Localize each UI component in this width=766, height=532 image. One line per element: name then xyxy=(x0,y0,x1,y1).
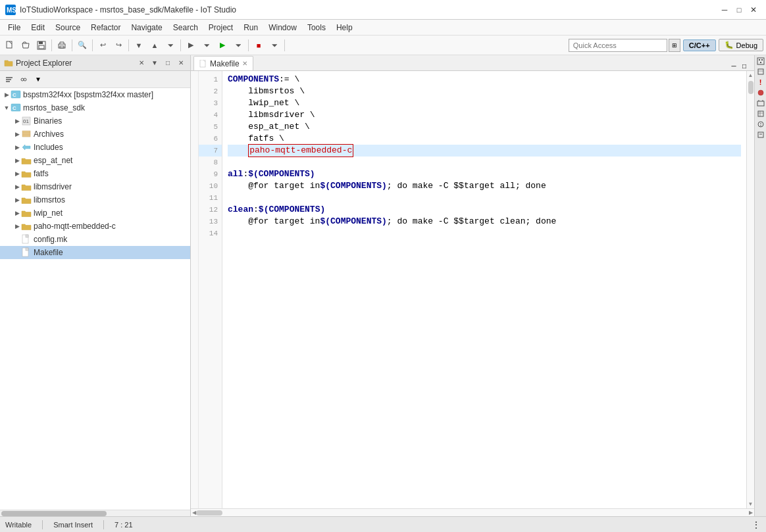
tree-item-libmsdriver[interactable]: ▶ libmsdriver xyxy=(0,180,190,193)
line-num-13: 13 xyxy=(199,216,222,228)
tree-item-includes[interactable]: ▶ Includes xyxy=(0,141,190,154)
tree-item-lwip-net[interactable]: ▶ lwip_net xyxy=(0,206,190,220)
code-line-12[interactable]: clean : $(COMPONENTS) xyxy=(228,204,741,216)
editor-tab-makefile[interactable]: Makefile ✕ xyxy=(193,56,253,70)
rs-btn-4[interactable] xyxy=(756,88,765,97)
pe-content[interactable]: ▶ C bspstm32f4xx [bspstm32f4xx master] ▼… xyxy=(0,88,190,510)
line-num-14: 14 xyxy=(199,228,222,239)
debug-dropdown[interactable]: ⏷ xyxy=(231,38,245,53)
vscrollbar-thumb[interactable] xyxy=(748,81,753,94)
tree-item-binaries[interactable]: ▶ 01 Binaries xyxy=(0,114,190,128)
menu-source[interactable]: Source xyxy=(50,22,86,34)
code-line-4[interactable]: libmsdriver \ xyxy=(228,109,741,121)
code-line-3[interactable]: lwip_net \ xyxy=(228,97,741,109)
print-btn[interactable] xyxy=(55,38,69,53)
tree-item-libmsrtos[interactable]: ▶ libmsrtos xyxy=(0,193,190,206)
vscroll-down-btn[interactable]: ▼ xyxy=(748,501,753,507)
pe-collapse-btn[interactable] xyxy=(3,73,16,86)
code-line-7[interactable]: paho-mqtt-embedded-c xyxy=(228,145,741,157)
tree-item-esp-at-net[interactable]: ▶ esp_at_net xyxy=(0,154,190,167)
menu-refactor[interactable]: Refactor xyxy=(86,22,126,34)
annotation-dropdown[interactable]: ⏷ xyxy=(163,38,178,53)
minimize-btn[interactable]: ─ xyxy=(719,5,730,15)
tree-item-makefile[interactable]: Makefile xyxy=(0,246,190,259)
code-line-5[interactable]: esp_at_net \ xyxy=(228,121,741,133)
rs-btn-3[interactable]: ! xyxy=(756,78,765,87)
run-btn[interactable]: ▶ xyxy=(184,38,198,53)
perspective-list-btn[interactable]: ⊞ xyxy=(669,39,680,52)
code-line-9[interactable]: all : $(COMPONENTS) xyxy=(228,168,741,180)
redo-btn[interactable]: ↪ xyxy=(111,38,126,53)
pe-close-btn[interactable]: ✕ xyxy=(176,58,186,68)
menu-project[interactable]: Project xyxy=(203,22,238,34)
vscroll-up-btn[interactable]: ▲ xyxy=(748,72,753,78)
hscrollbar-thumb[interactable] xyxy=(196,510,222,516)
debug-btn[interactable]: ▶ xyxy=(215,38,230,53)
menu-file[interactable]: File xyxy=(3,22,26,34)
quick-access-input[interactable] xyxy=(569,39,667,52)
stop-btn[interactable]: ■ xyxy=(251,38,266,53)
undo-btn[interactable]: ↩ xyxy=(95,38,110,53)
rs-btn-6[interactable] xyxy=(756,109,765,118)
pe-link-btn[interactable] xyxy=(17,73,30,86)
save-btn[interactable] xyxy=(34,38,49,53)
menu-tools[interactable]: Tools xyxy=(302,22,331,34)
rs-btn-1[interactable] xyxy=(756,57,765,66)
tree-item-archives[interactable]: ▶ Archives xyxy=(0,128,190,141)
maximize-btn[interactable]: □ xyxy=(734,5,744,15)
tree-item-bspstm32[interactable]: ▶ C bspstm32f4xx [bspstm32f4xx master] xyxy=(0,88,190,101)
pe-scrollbar[interactable] xyxy=(0,510,190,516)
perspective-debug[interactable]: 🐛 Debug xyxy=(719,39,763,51)
code-line-13[interactable]: @for target in $(COMPONENTS) ; do make -… xyxy=(228,216,741,228)
tree-item-fatfs[interactable]: ▶ fatfs xyxy=(0,167,190,180)
menu-edit[interactable]: Edit xyxy=(26,22,50,34)
pe-minimize-btn[interactable]: ✕ xyxy=(136,58,147,68)
token: all xyxy=(228,168,243,180)
menu-window[interactable]: Window xyxy=(263,22,302,34)
next-annotation-btn[interactable]: ▼ xyxy=(132,38,146,53)
pe-view-menu-btn[interactable]: ▼ xyxy=(32,73,45,86)
rs-btn-2[interactable] xyxy=(756,67,765,76)
run-dropdown[interactable]: ⏷ xyxy=(199,38,214,53)
editor-hscrollbar[interactable]: ◀ ▶ xyxy=(191,508,754,516)
menu-help[interactable]: Help xyxy=(331,22,358,34)
code-line-11[interactable] xyxy=(228,192,741,204)
tree-item-msrtos[interactable]: ▼ C msrtos_base_sdk xyxy=(0,101,190,114)
libmsdriver-label: libmsdriver xyxy=(34,182,72,191)
prev-annotation-btn[interactable]: ▲ xyxy=(147,38,162,53)
editor-minimize-btn[interactable]: ─ xyxy=(729,61,738,70)
editor-vscrollbar[interactable]: ▲ ▼ xyxy=(746,71,754,508)
editor-maximize-btn[interactable]: □ xyxy=(740,61,749,70)
code-line-2[interactable]: libmsrtos \ xyxy=(228,85,741,97)
line-num-6: 6 xyxy=(199,133,222,145)
code-line-8[interactable] xyxy=(228,157,741,168)
hscroll-right-btn[interactable]: ▶ xyxy=(749,510,753,516)
line-num-11: 11 xyxy=(199,192,222,204)
perspective-cplusplus[interactable]: C/C++ xyxy=(683,39,716,51)
editor-content[interactable]: 1 2 3 4 5 6 7 8 9 10 11 12 13 14 COMPONE xyxy=(191,71,754,508)
line-num-10: 10 xyxy=(199,180,222,192)
rs-btn-7[interactable] xyxy=(756,120,765,129)
stop-dropdown[interactable]: ⏷ xyxy=(267,38,282,53)
status-menu-btn[interactable]: ⋮ xyxy=(752,520,761,530)
pe-scrollbar-thumb[interactable] xyxy=(1,511,107,516)
menu-navigate[interactable]: Navigate xyxy=(126,22,167,34)
code-line-14[interactable] xyxy=(228,228,741,239)
pe-menu-btn[interactable]: ▼ xyxy=(149,58,160,68)
open-btn[interactable] xyxy=(18,38,33,53)
search-btn[interactable]: 🔍 xyxy=(75,38,89,53)
code-area[interactable]: COMPONENTS := \ libmsrtos \ lwip_net \ l… xyxy=(222,71,746,508)
code-line-1[interactable]: COMPONENTS := \ xyxy=(228,74,741,85)
new-btn[interactable] xyxy=(3,38,17,53)
close-btn[interactable]: ✕ xyxy=(748,5,759,15)
tree-item-config-mk[interactable]: config.mk xyxy=(0,233,190,246)
code-line-10[interactable]: @for target in $(COMPONENTS) ; do make -… xyxy=(228,180,741,192)
pe-restore-btn[interactable]: □ xyxy=(163,58,173,68)
rs-btn-5[interactable] xyxy=(756,99,765,108)
rs-btn-8[interactable] xyxy=(756,130,765,139)
code-line-6[interactable]: fatfs \ xyxy=(228,133,741,145)
tab-close-btn[interactable]: ✕ xyxy=(242,60,247,67)
tree-item-paho[interactable]: ▶ paho-mqtt-embedded-c xyxy=(0,220,190,233)
menu-search[interactable]: Search xyxy=(168,22,203,34)
menu-run[interactable]: Run xyxy=(238,22,263,34)
